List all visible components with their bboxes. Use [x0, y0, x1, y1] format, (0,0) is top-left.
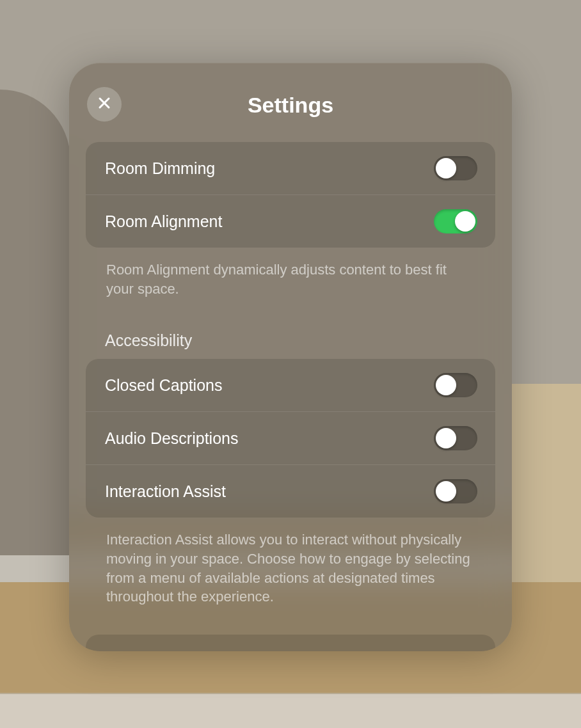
carpet	[0, 693, 581, 728]
audio-descriptions-label: Audio Descriptions	[105, 429, 238, 448]
closed-captions-row: Closed Captions	[86, 359, 495, 412]
closed-captions-label: Closed Captions	[105, 376, 222, 395]
shelf-arch	[0, 90, 70, 576]
toggle-knob	[436, 158, 456, 178]
toggle-knob	[436, 428, 456, 448]
room-dimming-label: Room Dimming	[105, 159, 215, 178]
accessibility-section: Closed Captions Audio Descriptions Inter…	[86, 359, 495, 518]
toggle-knob	[436, 375, 456, 395]
audio-descriptions-toggle[interactable]	[434, 426, 477, 450]
page-title: Settings	[248, 93, 333, 118]
settings-panel: Settings Room Dimming Room Alignment Roo…	[69, 63, 512, 651]
toggle-knob	[455, 211, 475, 232]
room-section-footer: Room Alignment dynamically adjusts conte…	[86, 248, 495, 298]
credits-section: Credits	[86, 635, 495, 651]
room-alignment-toggle[interactable]	[434, 209, 477, 233]
close-icon	[97, 95, 112, 113]
toggle-knob	[436, 481, 456, 502]
close-button[interactable]	[87, 87, 122, 122]
credits-row[interactable]: Credits	[86, 635, 495, 651]
closed-captions-toggle[interactable]	[434, 373, 477, 397]
accessibility-section-footer: Interaction Assist allows you to interac…	[86, 518, 495, 606]
room-alignment-row: Room Alignment	[86, 195, 495, 248]
interaction-assist-label: Interaction Assist	[105, 482, 226, 501]
room-dimming-toggle[interactable]	[434, 156, 477, 180]
interaction-assist-row: Interaction Assist	[86, 465, 495, 518]
interaction-assist-toggle[interactable]	[434, 479, 477, 503]
room-dimming-row: Room Dimming	[86, 142, 495, 195]
panel-header: Settings	[69, 82, 512, 128]
audio-descriptions-row: Audio Descriptions	[86, 412, 495, 465]
accessibility-header: Accessibility	[86, 331, 495, 359]
cabinet	[511, 384, 581, 595]
room-section: Room Dimming Room Alignment	[86, 142, 495, 248]
room-alignment-label: Room Alignment	[105, 212, 222, 231]
